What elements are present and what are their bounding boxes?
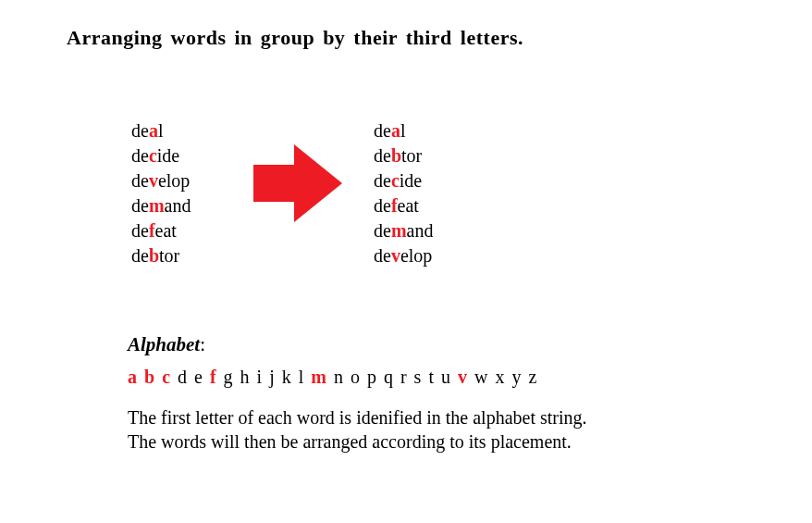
word-suffix: l	[158, 120, 164, 141]
word-highlight-letter: v	[149, 170, 158, 191]
explanation-text: The first letter of each word is idenifi…	[128, 405, 609, 454]
word-highlight-letter: m	[391, 220, 407, 241]
alphabet-letter: z	[528, 367, 536, 388]
alphabet-letter: g	[224, 367, 233, 388]
sorted-word-list: dealdebtordecidedefeatdemanddevelop	[374, 118, 433, 268]
word-highlight-letter: v	[391, 245, 400, 266]
alphabet-letter: v	[458, 367, 467, 388]
alphabet-letter: e	[194, 367, 203, 388]
alphabet-letter: y	[511, 367, 521, 388]
word-highlight-letter: c	[149, 145, 157, 166]
word-prefix: de	[374, 220, 391, 241]
alphabet-letter: s	[414, 367, 422, 388]
alphabet-letter: f	[210, 367, 216, 388]
alphabet-letter: a	[128, 367, 137, 388]
alphabet-letter: d	[178, 367, 187, 388]
word-suffix: and	[407, 220, 434, 241]
unsorted-word-list: dealdecidedevelopdemanddefeatdebtor	[131, 118, 191, 268]
word-highlight-letter: a	[149, 120, 158, 141]
word-prefix: de	[374, 245, 391, 266]
word-item: demand	[131, 193, 191, 218]
word-suffix: tor	[159, 245, 179, 266]
alphabet-letter: q	[384, 367, 393, 388]
word-item: decide	[374, 168, 433, 193]
word-item: deal	[374, 118, 433, 143]
word-item: deal	[131, 118, 191, 143]
alphabet-letter: k	[282, 367, 291, 388]
word-item: decide	[131, 143, 191, 168]
word-highlight-letter: c	[391, 170, 400, 191]
word-highlight-letter: f	[149, 220, 155, 241]
alphabet-letter: h	[240, 367, 250, 388]
word-item: defeat	[374, 193, 433, 218]
alphabet-letter: r	[400, 367, 407, 388]
word-prefix: de	[374, 120, 391, 141]
word-item: defeat	[131, 218, 191, 243]
page-title: Arranging words in group by their third …	[67, 26, 523, 50]
alphabet-heading-text: Alphabet	[128, 333, 200, 355]
word-suffix: l	[400, 120, 406, 141]
alphabet-letter: x	[495, 367, 504, 388]
alphabet-letter: u	[441, 367, 450, 388]
word-suffix: ide	[400, 170, 422, 191]
word-prefix: de	[131, 195, 149, 216]
word-prefix: de	[374, 195, 391, 216]
word-highlight-letter: a	[391, 120, 400, 141]
alphabet-letter: t	[428, 367, 434, 388]
alphabet-letter: b	[144, 367, 154, 388]
word-prefix: de	[131, 245, 149, 266]
alphabet-letter: m	[311, 367, 326, 388]
alphabet-letter: l	[299, 367, 304, 388]
alphabet-letter: o	[351, 367, 360, 388]
alphabet-string: abcdefghijklmnopqrstuvwxyz	[128, 367, 544, 388]
word-highlight-letter: b	[391, 145, 401, 166]
word-prefix: de	[374, 145, 391, 166]
word-highlight-letter: m	[149, 195, 165, 216]
word-suffix: eat	[155, 220, 177, 241]
word-item: develop	[374, 243, 433, 268]
word-suffix: elop	[400, 245, 432, 266]
word-prefix: de	[131, 170, 149, 191]
alphabet-letter: j	[269, 367, 275, 388]
alphabet-letter: w	[474, 367, 487, 388]
word-item: debtor	[374, 143, 433, 168]
alphabet-letter: n	[334, 367, 343, 388]
word-prefix: de	[131, 220, 149, 241]
alphabet-letter: c	[162, 367, 170, 388]
alphabet-letter: i	[257, 367, 263, 388]
word-prefix: de	[131, 145, 149, 166]
alphabet-heading-colon: :	[200, 333, 205, 355]
word-suffix: tor	[401, 145, 422, 166]
arrow-right-icon	[248, 139, 348, 231]
word-prefix: de	[374, 170, 391, 191]
word-item: develop	[131, 168, 191, 193]
word-item: debtor	[131, 243, 191, 268]
word-highlight-letter: b	[149, 245, 159, 266]
alphabet-letter: p	[367, 367, 376, 388]
word-suffix: elop	[158, 170, 190, 191]
word-suffix: ide	[157, 145, 179, 166]
alphabet-heading: Alphabet:	[128, 333, 205, 356]
word-highlight-letter: f	[391, 195, 398, 216]
word-item: demand	[374, 218, 433, 243]
word-suffix: eat	[398, 195, 419, 216]
word-suffix: and	[165, 195, 191, 216]
word-prefix: de	[131, 120, 149, 141]
